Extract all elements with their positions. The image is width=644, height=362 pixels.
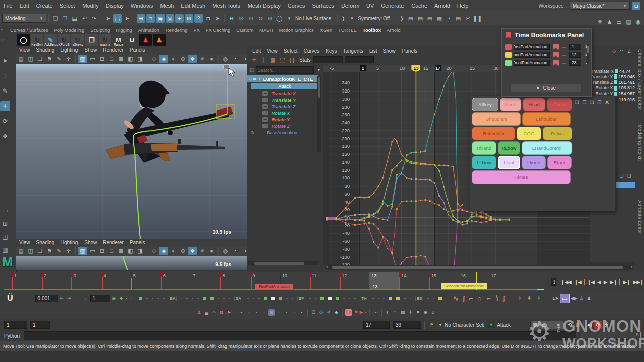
shelf-item-icon-8[interactable]: U: [126, 34, 138, 46]
lock-icon[interactable]: ◘: [204, 14, 212, 23]
shelf-tab-toolbox[interactable]: Toolbox: [360, 27, 384, 33]
command-line-input[interactable]: [24, 331, 576, 340]
playback-start-field[interactable]: 1: [30, 321, 50, 329]
render-globe-icon[interactable]: ◔: [445, 14, 453, 23]
shadows-icon[interactable]: ❖: [188, 55, 197, 63]
shelf-tab-arnold[interactable]: Arnold: [384, 27, 404, 33]
snap-view-icon[interactable]: ⊠: [185, 14, 193, 23]
channel-value[interactable]: 161.461: [618, 80, 635, 85]
jump-to-bookmark-icon[interactable]: ←: [561, 51, 567, 57]
scatter-icon[interactable]: ∷: [392, 309, 398, 316]
snap-help-icon[interactable]: ?: [194, 14, 203, 23]
outliner-hscrollbar[interactable]: [248, 261, 318, 265]
launch-render-icon[interactable]: ▤: [454, 14, 463, 23]
viewport2-3d[interactable]: 9.5 fps: [16, 256, 247, 270]
menu-deform[interactable]: Deform: [338, 3, 363, 9]
playback-play-forward[interactable]: ▶: [604, 279, 607, 285]
jump-to-bookmark-icon[interactable]: ←: [561, 43, 567, 49]
pink-globe-icon[interactable]: ◍: [218, 309, 225, 316]
speaker-icon[interactable]: ◀): [586, 322, 593, 328]
channel-value[interactable]: -119.916: [617, 97, 635, 102]
time-slider[interactable]: 123456789101112131415161713FirstPartAnim…: [0, 272, 546, 292]
channel-manip-icon[interactable]: ✣: [611, 48, 617, 55]
layout-outliner-icon[interactable]: ▥: [0, 245, 10, 254]
screen-space-ao-icon[interactable]: ✳: [198, 247, 206, 255]
picker-button-lhandcontrol[interactable]: LHandControl: [522, 141, 572, 155]
select-component-icon[interactable]: ⬚: [113, 14, 122, 23]
pink-cursor-icon[interactable]: ➤: [226, 309, 232, 316]
menu-cache[interactable]: Cache: [408, 3, 431, 9]
history-toggle-icon[interactable]: ⊚: [256, 14, 265, 23]
slider-dot[interactable]: ·: [276, 309, 282, 316]
picker-button-allkey[interactable]: Allkey: [472, 98, 498, 111]
grease-pencil-icon[interactable]: ✎: [55, 247, 63, 255]
graph-menu-list[interactable]: List: [366, 48, 380, 54]
bookmark-color-swatch[interactable]: [505, 52, 512, 58]
picker-button-shoudlers[interactable]: Shoudlers: [472, 112, 521, 126]
playback-prev-frame[interactable]: ❙◀: [587, 279, 594, 285]
outliner-clip-row[interactable]: Attack: [251, 83, 318, 89]
search-input[interactable]: [256, 66, 314, 74]
bookmark-marker-1[interactable]: 1: [360, 65, 366, 71]
menu-display[interactable]: Display: [102, 3, 127, 9]
grid-toggle-icon[interactable]: ▥: [78, 247, 87, 255]
picker-button-head[interactable]: Head: [523, 98, 545, 111]
expand-icon[interactable]: ⊕: [253, 77, 256, 81]
menu-file[interactable]: File: [0, 3, 16, 9]
tool-settings-toggle-icon[interactable]: ♟: [605, 18, 614, 26]
render-view-icon[interactable]: ▤: [407, 14, 415, 23]
field-chart-icon[interactable]: ⊠: [117, 55, 125, 63]
use-all-lights-icon[interactable]: ⊕: [179, 247, 187, 255]
clip-icon[interactable]: ▼: [488, 322, 494, 328]
more-icon[interactable]: ⋯: [372, 309, 379, 316]
save-scene-icon[interactable]: ⬓: [70, 14, 79, 23]
select-icon[interactable]: ➤: [104, 14, 112, 23]
channel-box-toggle-icon[interactable]: ☰: [615, 18, 623, 26]
graph-menu-tangents[interactable]: Tangents: [340, 48, 366, 54]
bookmark-frame-field[interactable]: 1: [569, 44, 581, 50]
outliner-channel-rotate-x[interactable]: ⊸Rotate X: [247, 110, 318, 116]
channel-row-rotate-x[interactable]: Rotate X106.812: [590, 85, 635, 91]
lattice-deform-icon[interactable]: ▦: [269, 56, 277, 64]
bookmark-label-first[interactable]: FirstPartAnimation: [255, 284, 293, 289]
workspace-lock-icon[interactable]: ◘: [632, 2, 640, 10]
menu-curves[interactable]: Curves: [284, 3, 309, 9]
picker-button-llbow[interactable]: LLbow: [472, 156, 496, 169]
bookmark-label-second[interactable]: SecondPartAnimation: [441, 283, 487, 289]
graph-menu-edit[interactable]: Edit: [249, 48, 264, 54]
insert-key-icon[interactable]: ∥: [259, 56, 268, 64]
key-square[interactable]: [203, 297, 206, 300]
key-square[interactable]: [389, 297, 392, 300]
shelf-tab-mash[interactable]: MASH: [256, 27, 276, 33]
prev-key-icon[interactable]: ⇤: [59, 295, 65, 302]
channel-value[interactable]: 154.987: [618, 91, 635, 96]
current-clip-label[interactable]: Attack: [497, 322, 511, 328]
menu-generate[interactable]: Generate: [377, 3, 408, 9]
key-square[interactable]: [139, 297, 142, 300]
picker-button-lfoot[interactable]: Lfoot: [498, 156, 520, 169]
slider-dot[interactable]: ·: [283, 309, 290, 316]
channel-row-translate-x[interactable]: Translate X44.74: [590, 68, 635, 74]
bookmarks-icon[interactable]: ◫: [26, 55, 35, 63]
menu-edit[interactable]: Edit: [16, 3, 33, 9]
bookmark-color-swatch[interactable]: [505, 44, 512, 50]
menu-set-dropdown[interactable]: Modeling▼: [2, 14, 46, 23]
depth-of-field-icon[interactable]: ◔: [231, 247, 239, 255]
bookmark-name-field[interactable]: FinalPartAnimaion: [514, 60, 550, 66]
shelf-tab-custom[interactable]: Custom: [233, 27, 256, 33]
add-bookmark-icon[interactable]: ⚑: [428, 322, 435, 328]
picker-button-rhand[interactable]: Rhand: [472, 141, 496, 155]
viewport2-menu-panels[interactable]: Panels: [127, 240, 148, 245]
viewport2-menu-view[interactable]: View: [16, 240, 33, 245]
menu-surfaces[interactable]: Surfaces: [309, 3, 338, 9]
slider-dot[interactable]: ·: [246, 309, 252, 316]
loop-icon[interactable]: ⟲: [567, 322, 573, 328]
key-square[interactable]: [328, 297, 332, 300]
command-language-label[interactable]: Python: [4, 333, 20, 339]
film-gate-icon[interactable]: ▭: [88, 55, 97, 63]
undo-icon[interactable]: ↶: [80, 14, 89, 23]
playback-end-field[interactable]: 17: [363, 321, 390, 329]
viewport-menu-shading[interactable]: Shading: [33, 47, 58, 53]
snap-plane-icon[interactable]: ◎: [166, 14, 174, 23]
tangent-icon-1[interactable]: ∫: [463, 294, 465, 302]
